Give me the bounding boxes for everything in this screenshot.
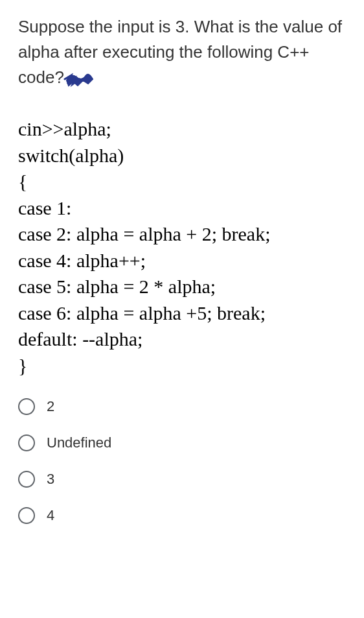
code-line: case 1: [18, 195, 346, 222]
radio-icon [18, 434, 35, 451]
option-4[interactable]: 4 [18, 507, 346, 524]
code-line: cin>>alpha; [18, 116, 346, 143]
option-3[interactable]: 3 [18, 471, 346, 488]
option-label: 2 [47, 398, 54, 415]
option-label: 4 [47, 507, 54, 524]
option-label: Undefined [47, 434, 111, 451]
options-group: 2 Undefined 3 4 [18, 398, 346, 524]
code-line: case 6: alpha = alpha +5; break; [18, 300, 346, 327]
code-line: case 5: alpha = 2 * alpha; [18, 274, 346, 300]
code-line: case 2: alpha = alpha + 2; break; [18, 221, 346, 248]
option-label: 3 [47, 471, 54, 488]
scribble-mark [63, 67, 96, 90]
code-line: { [18, 169, 346, 195]
code-line: switch(alpha) [18, 143, 346, 169]
code-line: default: --alpha; [18, 326, 346, 353]
radio-icon [18, 471, 35, 488]
option-undefined[interactable]: Undefined [18, 434, 346, 451]
code-line: } [18, 353, 346, 379]
code-block: cin>>alpha; switch(alpha) { case 1: case… [18, 116, 346, 379]
radio-icon [18, 507, 35, 524]
question-text: Suppose the input is 3. What is the valu… [18, 14, 346, 90]
option-2[interactable]: 2 [18, 398, 346, 415]
code-line: case 4: alpha++; [18, 248, 346, 274]
radio-icon [18, 398, 35, 415]
